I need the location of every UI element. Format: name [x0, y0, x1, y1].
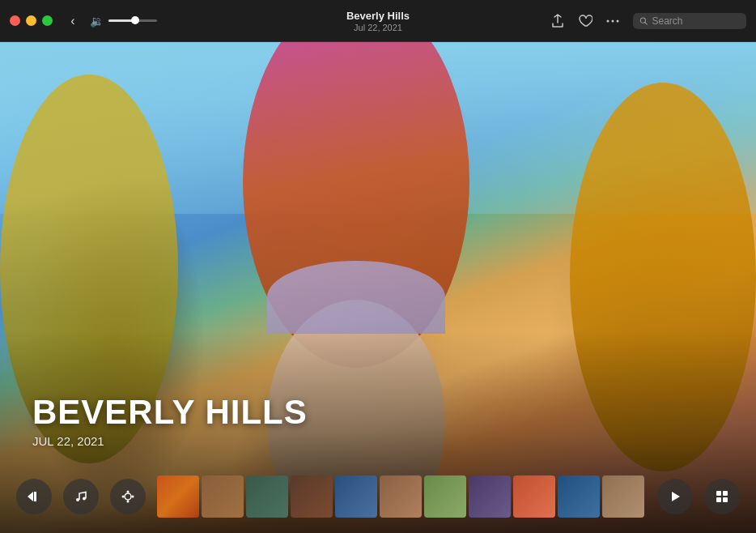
svg-line-4 — [645, 22, 648, 24]
volume-icon: 🔉 — [90, 15, 104, 28]
window-title: Beverly Hills — [346, 10, 410, 22]
hat — [267, 261, 445, 334]
magic-wand-icon — [121, 489, 135, 504]
titlebar-actions — [550, 13, 746, 29]
titlebar: ‹ 🔉 Beverly Hills Jul 22, 2021 — [0, 0, 756, 42]
main-content: BEVERLY HILLS JUL 22, 2021 — [0, 42, 756, 533]
svg-point-11 — [127, 501, 130, 503]
search-box[interactable] — [633, 13, 746, 29]
titlebar-center: Beverly Hills Jul 22, 2021 — [346, 10, 410, 32]
rewind-icon — [27, 489, 41, 504]
search-input[interactable] — [652, 15, 741, 27]
photo-text: BEVERLY HILLS JUL 22, 2021 — [32, 395, 308, 448]
thumbnails-strip — [157, 472, 646, 521]
maximize-button[interactable] — [42, 15, 53, 26]
thumbnail-7[interactable] — [469, 475, 511, 518]
thumbnail-6[interactable] — [424, 475, 466, 518]
svg-rect-17 — [716, 497, 721, 502]
volume-slider[interactable] — [108, 19, 157, 22]
svg-point-8 — [83, 497, 86, 501]
heart-button[interactable] — [578, 14, 592, 28]
thumbnail-9[interactable] — [558, 475, 600, 518]
share-button[interactable] — [550, 14, 565, 28]
thumbnail-0[interactable] — [157, 475, 199, 518]
close-button[interactable] — [10, 15, 20, 26]
svg-rect-16 — [723, 491, 728, 496]
play-button[interactable] — [657, 479, 693, 514]
more-button[interactable] — [605, 14, 620, 28]
thumbnail-1[interactable] — [202, 475, 244, 518]
thumbnail-4[interactable] — [335, 475, 377, 518]
play-icon — [668, 489, 682, 504]
svg-point-9 — [125, 493, 131, 500]
window-subtitle: Jul 22, 2021 — [346, 23, 410, 32]
svg-point-12 — [122, 496, 125, 498]
svg-point-0 — [607, 19, 609, 22]
svg-point-2 — [617, 19, 619, 22]
svg-rect-15 — [716, 491, 721, 496]
grid-view-button[interactable] — [704, 479, 740, 514]
music-note-icon — [74, 489, 88, 504]
thumbnail-10[interactable] — [602, 475, 644, 518]
controls-bar — [0, 460, 756, 533]
thumbnail-3[interactable] — [291, 475, 333, 518]
magic-button[interactable] — [110, 479, 146, 514]
svg-point-13 — [132, 496, 134, 498]
thumbnail-8[interactable] — [513, 475, 555, 518]
music-button[interactable] — [63, 479, 99, 514]
minimize-button[interactable] — [26, 15, 36, 26]
svg-rect-6 — [34, 492, 36, 501]
svg-point-7 — [76, 498, 79, 501]
traffic-lights — [10, 15, 53, 26]
svg-marker-5 — [28, 492, 33, 501]
svg-point-10 — [127, 491, 130, 493]
svg-point-3 — [640, 18, 645, 23]
svg-marker-14 — [672, 492, 680, 501]
svg-rect-18 — [723, 497, 728, 502]
back-button[interactable]: ‹ — [64, 12, 82, 30]
thumbnail-5[interactable] — [380, 475, 422, 518]
volume-thumb — [131, 16, 139, 24]
svg-point-1 — [612, 19, 614, 22]
grid-icon — [715, 489, 729, 504]
photo-date: JUL 22, 2021 — [32, 434, 308, 448]
thumbnail-2[interactable] — [246, 475, 288, 518]
rewind-button[interactable] — [16, 479, 52, 514]
volume-control[interactable]: 🔉 — [90, 15, 157, 28]
photo-title: BEVERLY HILLS — [32, 395, 308, 429]
search-icon — [639, 16, 648, 26]
